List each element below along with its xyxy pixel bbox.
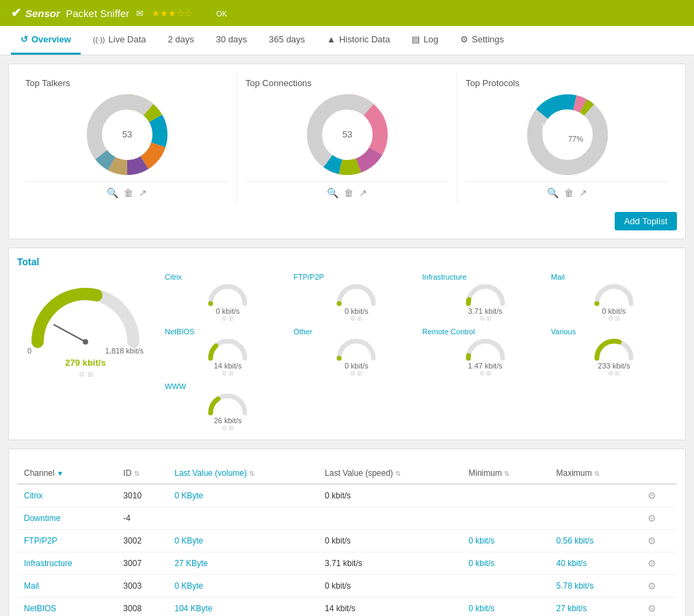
mini-gauge-ftp-svg (336, 281, 377, 307)
cell-last-speed: 0 kbit/s (318, 575, 462, 598)
toplist-protocols-title: Top Protocols (466, 78, 669, 88)
header-title: Sensor Packet Sniffer (25, 8, 129, 19)
historic-icon: ▲ (327, 34, 336, 44)
cell-last-volume: 0 KByte (168, 530, 318, 552)
cell-last-volume: 0 KByte (168, 575, 318, 598)
id-sort-icon: ⇅ (134, 470, 139, 477)
col-last-speed[interactable]: Last Value (speed) ⇅ (318, 463, 462, 484)
cell-actions: ⚙ (641, 530, 677, 552)
cell-last-speed: 0 kbit/s (318, 530, 462, 552)
row-gear-icon[interactable]: ⚙ (648, 490, 656, 501)
cell-channel: Mail (17, 575, 116, 598)
cell-id: 3007 (116, 552, 168, 575)
col-maximum[interactable]: Maximum ⇅ (549, 463, 641, 484)
nav-item-30days[interactable]: 30 days (206, 26, 257, 55)
toplists-grid: Top Talkers 53 (17, 72, 677, 204)
mini-gauge-remote-svg (465, 336, 506, 362)
toplist-connections-search-icon[interactable]: 🔍 (327, 187, 338, 198)
mini-gauge-other-value: 0 kbit/s (345, 362, 369, 370)
cell-maximum (549, 507, 641, 530)
toplist-protocols-delete-icon[interactable]: 🗑 (564, 187, 574, 198)
mini-gauge-citrix-value: 0 kbit/s (216, 307, 240, 315)
cell-channel: Downtime (17, 507, 116, 530)
cell-last-volume: 27 KByte (168, 552, 318, 575)
live-data-icon: ((·)) (93, 36, 105, 44)
toplist-talkers-search-icon[interactable]: 🔍 (107, 187, 118, 198)
cell-actions: ⚙ (641, 507, 677, 530)
mini-gauge-netbios: NetBIOS 14 kbit/s ⚙⊞ (165, 327, 291, 377)
mini-gauge-netbios-value: 14 kbit/s (214, 362, 242, 370)
col-last-volume[interactable]: Last Value (volume) ⇅ (168, 463, 318, 484)
col-id[interactable]: ID ⇅ (116, 463, 168, 484)
header-stars[interactable]: ★★★☆☆ (152, 8, 193, 18)
svg-text:16%: 16% (540, 122, 555, 131)
cell-minimum (462, 575, 549, 598)
row-gear-icon[interactable]: ⚙ (648, 558, 656, 569)
cell-last-speed: 3.71 kbit/s (318, 552, 462, 575)
mini-gauge-ftp-settings: ⚙⊞ (350, 315, 362, 322)
table-row: Infrastructure 3007 27 KByte 3.71 kbit/s… (17, 552, 677, 575)
add-toplist-button[interactable]: Add Toplist (615, 212, 677, 230)
mini-gauge-netbios-label: NetBIOS (165, 327, 194, 336)
nav-item-log[interactable]: ▤ Log (402, 26, 448, 55)
mini-gauge-remote-settings: ⚙⊞ (479, 370, 492, 377)
mini-gauge-other-svg (336, 336, 377, 362)
mini-gauge-various-value: 233 kbit/s (598, 362, 630, 370)
toplist-talkers: Top Talkers 53 (17, 72, 237, 204)
row-gear-icon[interactable]: ⚙ (648, 603, 656, 614)
nav-bar: ↺ Overview ((·)) Live Data 2 days 30 day… (0, 26, 694, 55)
toplist-connections-external-icon[interactable]: ↗ (359, 187, 367, 198)
table-section: Channel ▼ ID ⇅ Last Value (volume) ⇅ Las… (8, 448, 686, 616)
nav-item-live-data[interactable]: ((·)) Live Data (83, 26, 156, 55)
row-gear-icon[interactable]: ⚙ (648, 513, 656, 524)
mini-gauge-mail: Mail 0 kbit/s ⚙⊞ (551, 273, 677, 322)
mini-gauge-citrix-settings: ⚙⊞ (222, 315, 234, 322)
svg-text:4: 4 (355, 138, 359, 146)
table-row: Citrix 3010 0 KByte 0 kbit/s ⚙ (17, 484, 677, 507)
svg-text:26: 26 (328, 122, 336, 131)
nav-item-overview[interactable]: ↺ Overview (11, 26, 81, 55)
big-gauge-gear-icon[interactable]: ⚙ (79, 371, 85, 378)
header-message-icon[interactable]: ✉ (136, 8, 144, 18)
donut-chart-talkers: 53 (86, 94, 168, 176)
nav-item-2days[interactable]: 2 days (158, 26, 203, 55)
cell-minimum (462, 484, 549, 507)
mini-gauge-infra-value: 3.71 kbit/s (468, 307, 503, 315)
nav-item-365days[interactable]: 365 days (259, 26, 315, 55)
channel-table: Channel ▼ ID ⇅ Last Value (volume) ⇅ Las… (17, 463, 677, 616)
cell-maximum: 0.56 kbit/s (549, 530, 641, 552)
row-gear-icon[interactable]: ⚙ (648, 580, 656, 591)
svg-text:53: 53 (122, 129, 131, 139)
header: ✔ Sensor Packet Sniffer ✉ ★★★☆☆ OK (0, 0, 694, 26)
mini-gauge-netbios-svg (207, 336, 248, 362)
toplist-protocols-chart: 77% 16% (466, 94, 669, 176)
col-actions (641, 463, 677, 484)
mini-gauge-ftp: FTP/P2P 0 kbit/s ⚙⊞ (293, 273, 419, 322)
cell-channel: Infrastructure (17, 552, 116, 575)
last-volume-sort-icon: ⇅ (249, 470, 254, 477)
toplist-talkers-external-icon[interactable]: ↗ (139, 187, 147, 198)
toplist-protocols-search-icon[interactable]: 🔍 (547, 187, 559, 198)
table-body: Citrix 3010 0 KByte 0 kbit/s ⚙ Downtime … (17, 484, 677, 616)
maximum-sort-icon: ⇅ (594, 470, 600, 477)
mini-gauge-infra-svg (465, 281, 506, 307)
toplist-talkers-delete-icon[interactable]: 🗑 (124, 187, 133, 198)
svg-text:53: 53 (342, 129, 351, 139)
row-gear-icon[interactable]: ⚙ (648, 535, 656, 546)
col-minimum[interactable]: Minimum ⇅ (462, 463, 549, 484)
nav-item-settings[interactable]: ⚙ Settings (451, 26, 513, 55)
cell-minimum: 0 kbit/s (462, 530, 549, 552)
toplist-protocols-external-icon[interactable]: ↗ (579, 187, 587, 198)
col-channel[interactable]: Channel ▼ (17, 463, 116, 484)
channel-sort-icon: ▼ (57, 470, 64, 477)
big-gauge-settings-icon[interactable]: ⊞ (88, 371, 93, 378)
donut-chart-protocols: 77% 16% (526, 94, 609, 176)
toplist-connections-delete-icon[interactable]: 🗑 (344, 187, 353, 198)
last-speed-sort-icon: ⇅ (395, 470, 401, 477)
mini-gauge-mail-value: 0 kbit/s (602, 307, 626, 315)
nav-item-historic-data[interactable]: ▲ Historic Data (317, 26, 399, 55)
mini-gauge-www: WWW 26 kbit/s ⚙⊞ (165, 382, 291, 431)
mini-gauge-remote-label: Remote Control (423, 327, 475, 336)
mini-gauge-mail-svg (593, 281, 635, 307)
cell-actions: ⚙ (641, 552, 677, 575)
